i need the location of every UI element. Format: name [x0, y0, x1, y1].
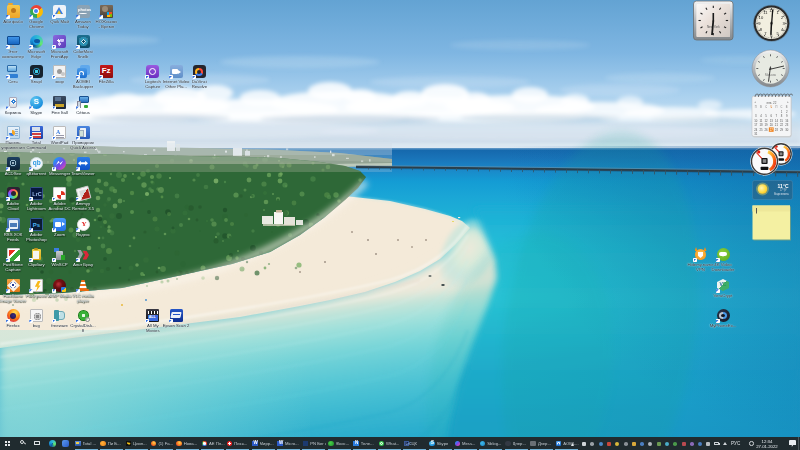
- svg-text:В: В: [786, 105, 788, 109]
- svg-text:24: 24: [754, 128, 758, 132]
- svg-text:В: В: [760, 105, 762, 109]
- svg-text:Ч: Ч: [770, 105, 772, 109]
- svg-text:С: С: [781, 105, 783, 109]
- svg-text:21: 21: [775, 123, 779, 127]
- svg-text:17: 17: [754, 123, 758, 127]
- svg-text:30: 30: [785, 128, 789, 132]
- svg-text:10: 10: [754, 119, 758, 123]
- svg-text:26: 26: [765, 128, 769, 132]
- svg-text:25: 25: [759, 128, 763, 132]
- svg-text:20: 20: [770, 123, 774, 127]
- svg-text:14: 14: [775, 119, 779, 123]
- svg-text:28: 28: [775, 128, 779, 132]
- svg-text:С: С: [765, 105, 767, 109]
- svg-text:П: П: [775, 105, 777, 109]
- svg-text:16: 16: [785, 119, 789, 123]
- svg-text:Moscow: Moscow: [765, 73, 777, 77]
- svg-text:11: 11: [759, 119, 762, 123]
- svg-text:27: 27: [770, 128, 774, 132]
- svg-text:П: П: [755, 105, 757, 109]
- svg-text:11°C: 11°C: [778, 183, 789, 189]
- svg-text:10: 10: [759, 15, 764, 20]
- svg-text:31: 31: [754, 132, 758, 136]
- svg-text:12: 12: [765, 119, 769, 123]
- svg-text:13: 13: [770, 119, 774, 123]
- svg-text:18: 18: [759, 123, 763, 127]
- svg-text:19: 19: [765, 123, 769, 127]
- svg-text:15: 15: [780, 119, 784, 123]
- svg-text:янв. 22: янв. 22: [767, 101, 777, 105]
- svg-text:Барселона: Барселона: [774, 192, 789, 196]
- svg-text:29: 29: [780, 128, 784, 132]
- svg-text:22: 22: [780, 123, 784, 127]
- svg-text:23: 23: [785, 123, 789, 127]
- svg-text:11: 11: [763, 10, 768, 15]
